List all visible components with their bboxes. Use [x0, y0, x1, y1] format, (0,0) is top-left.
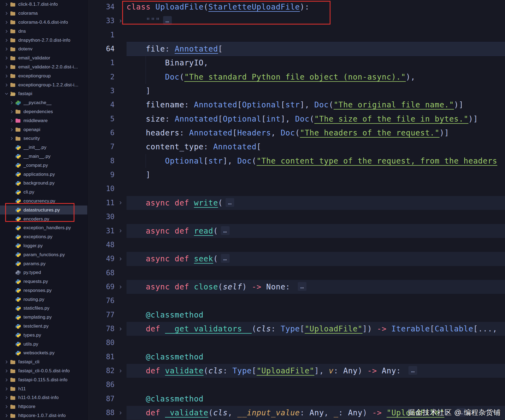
chevron-right-icon[interactable] — [8, 119, 15, 123]
tree-item-utils-py[interactable]: utils.py — [0, 340, 87, 349]
chevron-right-icon[interactable] — [3, 2, 10, 7]
chevron-right-icon[interactable] — [3, 378, 10, 382]
fold-chevron-icon[interactable] — [115, 14, 127, 28]
chevron-right-icon[interactable] — [3, 360, 10, 364]
tree-item-fastapi-0-115-5-dist-info[interactable]: fastapi-0.115.5.dist-info — [0, 375, 87, 384]
code-line[interactable]: 76 — [88, 294, 505, 308]
tree-item-pycache[interactable]: __pycache__ — [0, 98, 87, 107]
fold-chevron-icon[interactable] — [115, 280, 127, 294]
chevron-right-icon[interactable] — [3, 369, 10, 373]
chevron-right-icon[interactable] — [3, 56, 10, 60]
chevron-right-icon[interactable] — [3, 29, 10, 34]
tree-item-fastapi-cli-0-0-5-dist-info[interactable]: fastapi_cli-0.0.5.dist-info — [0, 367, 87, 376]
fold-chevron-icon[interactable] — [115, 224, 127, 238]
tree-item-cli-py[interactable]: cli.py — [0, 188, 87, 197]
code-line[interactable]: 2 Doc("The standard Python file object (… — [88, 70, 505, 84]
code-line[interactable]: 78 def __get_validators__(cls: Type["Upl… — [88, 322, 505, 336]
chevron-right-icon[interactable] — [3, 387, 10, 391]
tree-item-py-typed[interactable]: py.typed — [0, 268, 87, 277]
chevron-right-icon[interactable] — [3, 404, 10, 409]
code-line[interactable]: 87 @classmethod — [88, 392, 505, 406]
code-line[interactable]: 9 ] — [88, 168, 505, 182]
code-line[interactable]: 5 size: Annotated[Optional[int], Doc("Th… — [88, 112, 505, 126]
code-line[interactable]: 10 — [88, 182, 505, 196]
tree-item-logger-py[interactable]: logger.py — [0, 241, 87, 250]
chevron-right-icon[interactable] — [8, 136, 15, 141]
chevron-right-icon[interactable] — [3, 11, 10, 16]
code-line[interactable]: 31 async def read(… — [88, 224, 505, 238]
code-line[interactable]: 3 ] — [88, 84, 505, 98]
tree-item-httpcore[interactable]: httpcore — [0, 402, 87, 411]
fold-chevron-icon[interactable] — [115, 196, 127, 210]
code-line[interactable]: 49 async def seek(… — [88, 252, 505, 266]
tree-item-dns[interactable]: dns — [0, 27, 87, 36]
chevron-right-icon[interactable] — [3, 38, 10, 43]
chevron-right-icon[interactable] — [3, 47, 10, 51]
tree-item-types-py[interactable]: types.py — [0, 331, 87, 340]
tree-item-dotenv[interactable]: dotenv — [0, 45, 87, 54]
code-line[interactable]: 48 — [88, 238, 505, 252]
code-line[interactable]: 64 file: Annotated[ — [88, 42, 505, 56]
tree-item-dnspython-2-7-0-dist-info[interactable]: dnspython-2.7.0.dist-info — [0, 36, 87, 45]
tree-item-compat-py[interactable]: _compat.py — [0, 161, 87, 170]
tree-item-responses-py[interactable]: responses.py — [0, 286, 87, 295]
tree-item-init-py[interactable]: __init__.py — [0, 143, 87, 152]
tree-item-applications-py[interactable]: applications.py — [0, 170, 87, 179]
fold-placeholder[interactable]: … — [408, 366, 417, 375]
fold-chevron-icon[interactable] — [115, 406, 127, 420]
tree-item-h11[interactable]: h11 — [0, 384, 87, 393]
tree-item-param-functions-py[interactable]: param_functions.py — [0, 250, 87, 259]
tree-item-click-8-1-7-dist-info[interactable]: click-8.1.7.dist-info — [0, 0, 87, 9]
fold-chevron-icon[interactable] — [115, 364, 127, 378]
chevron-right-icon[interactable] — [3, 65, 10, 69]
tree-item-concurrency-py[interactable]: concurrency.py — [0, 197, 87, 206]
fold-chevron-icon[interactable] — [115, 322, 127, 336]
code-line[interactable]: 69 async def close(self) -> None: … — [88, 280, 505, 294]
tree-item-background-py[interactable]: background.py — [0, 179, 87, 188]
tree-item-email-validator[interactable]: email_validator — [0, 54, 87, 63]
tree-item-dependencies[interactable]: dependencies — [0, 107, 87, 116]
chevron-right-icon[interactable] — [3, 83, 10, 87]
fold-placeholder[interactable]: … — [226, 198, 234, 207]
code-line[interactable]: 86 — [88, 378, 505, 392]
chevron-right-icon[interactable] — [3, 413, 10, 418]
code-line[interactable]: 34class UploadFile(StarletteUploadFile): — [88, 0, 505, 14]
tree-item-routing-py[interactable]: routing.py — [0, 295, 87, 304]
tree-item-colorama[interactable]: colorama — [0, 9, 87, 18]
tree-item-testclient-py[interactable]: testclient.py — [0, 322, 87, 331]
fold-placeholder[interactable]: … — [221, 226, 230, 235]
code-line[interactable]: 8 Optional[str], Doc("The content type o… — [88, 154, 505, 168]
code-line[interactable]: 1 — [88, 28, 505, 42]
tree-item-middleware[interactable]: middleware — [0, 116, 87, 125]
code-line[interactable]: 82 def validate(cls: Type["UploadFile"],… — [88, 364, 505, 378]
tree-item-email-validator-2-2-0-dist-i[interactable]: email_validator-2.2.0.dist-i... — [0, 63, 87, 72]
tree-item-requests-py[interactable]: requests.py — [0, 277, 87, 286]
tree-item-exceptiongroup[interactable]: exceptiongroup — [0, 71, 87, 80]
chevron-right-icon[interactable] — [8, 128, 15, 132]
tree-item-main-py[interactable]: __main__.py — [0, 152, 87, 161]
tree-item-staticfiles-py[interactable]: staticfiles.py — [0, 304, 87, 313]
code-line[interactable]: 80 — [88, 336, 505, 350]
code-line[interactable]: 77 @classmethod — [88, 308, 505, 322]
code-editor[interactable]: 34class UploadFile(StarletteUploadFile):… — [88, 0, 505, 420]
tree-item-exceptions-py[interactable]: exceptions.py — [0, 232, 87, 241]
chevron-right-icon[interactable] — [8, 110, 15, 114]
code-line[interactable]: 1 BinaryIO, — [88, 56, 505, 70]
tree-item-exceptiongroup-1-2-2-dist-i[interactable]: exceptiongroup-1.2.2.dist-i... — [0, 80, 87, 89]
fold-placeholder[interactable]: … — [221, 254, 230, 263]
chevron-right-icon[interactable] — [3, 74, 10, 78]
tree-item-datastructures-py[interactable]: datastructures.py — [0, 206, 87, 214]
code-line[interactable]: 4 filename: Annotated[Optional[str], Doc… — [88, 98, 505, 112]
fold-chevron-icon[interactable] — [115, 252, 127, 266]
tree-item-fastapi-cli[interactable]: fastapi_cli — [0, 358, 87, 367]
code-line[interactable]: 7 content_type: Annotated[ — [88, 140, 505, 154]
code-line[interactable]: 81 @classmethod — [88, 350, 505, 364]
tree-item-httpcore-1-0-7-dist-info[interactable]: httpcore-1.0.7.dist-info — [0, 411, 87, 420]
code-line[interactable]: 68 — [88, 266, 505, 280]
code-line[interactable]: 30 — [88, 210, 505, 224]
tree-item-websockets-py[interactable]: websockets.py — [0, 349, 87, 358]
tree-item-params-py[interactable]: params.py — [0, 259, 87, 268]
tree-item-encoders-py[interactable]: encoders.py — [0, 214, 87, 223]
code-line[interactable]: 6 headers: Annotated[Headers, Doc("The h… — [88, 126, 505, 140]
fold-placeholder[interactable]: … — [298, 282, 306, 291]
